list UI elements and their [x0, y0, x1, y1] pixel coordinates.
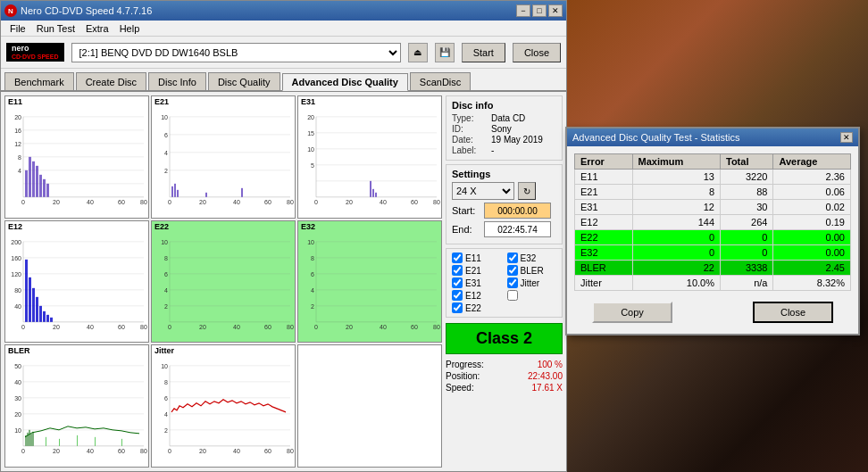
- minimize-button[interactable]: −: [516, 4, 530, 17]
- checkbox-bler-label[interactable]: BLER: [507, 265, 557, 276]
- progress-row: Progress: 100 %: [446, 360, 563, 369]
- stats-max-cell: 144: [632, 215, 721, 230]
- svg-text:6: 6: [311, 270, 314, 277]
- checkbox-bler[interactable]: [507, 265, 518, 276]
- disc-label-key: Label:: [452, 145, 488, 155]
- svg-text:20: 20: [199, 199, 206, 205]
- svg-rect-144: [32, 432, 34, 446]
- stats-avg-cell: 0.19: [773, 215, 851, 230]
- menu-run-test[interactable]: Run Test: [31, 22, 80, 35]
- svg-text:4: 4: [311, 286, 314, 293]
- svg-text:0: 0: [21, 323, 25, 329]
- tab-scan-disc[interactable]: ScanDisc: [410, 72, 471, 90]
- menu-file[interactable]: File: [4, 22, 31, 35]
- stats-max-cell: 13: [632, 170, 721, 185]
- tab-disc-info[interactable]: Disc Info: [148, 72, 206, 90]
- checkbox-e22-label[interactable]: E22: [452, 302, 502, 313]
- menu-extra[interactable]: Extra: [80, 22, 114, 35]
- drive-dropdown[interactable]: [2:1] BENQ DVD DD DW1640 BSLB: [71, 43, 401, 62]
- refresh-button[interactable]: ↻: [518, 182, 536, 200]
- settings-box: Settings 24 X ↻ Start: End:: [446, 164, 563, 244]
- svg-text:10: 10: [307, 146, 314, 153]
- checkbox-e11-label[interactable]: E11: [452, 253, 502, 263]
- svg-text:0: 0: [168, 323, 171, 329]
- stats-error-cell: E11: [575, 170, 633, 185]
- svg-text:80: 80: [140, 323, 147, 329]
- stats-error-cell: BLER: [575, 261, 633, 276]
- checkbox-e31-label[interactable]: E31: [452, 277, 502, 288]
- checkboxes-box: E11 E32 E21 BLER E31 Jitt: [446, 248, 563, 318]
- tab-disc-quality[interactable]: Disc Quality: [208, 72, 280, 90]
- checkbox-e21[interactable]: [452, 265, 463, 276]
- svg-text:60: 60: [264, 448, 271, 454]
- close-button[interactable]: Close: [513, 43, 561, 62]
- disc-info-date-row: Date: 19 May 2019: [452, 135, 556, 145]
- position-val: 22:43.00: [528, 371, 563, 381]
- checkbox-e12[interactable]: [452, 290, 463, 301]
- checkbox-extra[interactable]: [507, 290, 518, 301]
- copy-button[interactable]: Copy: [592, 302, 672, 323]
- svg-text:2: 2: [164, 427, 168, 434]
- tab-benchmark[interactable]: Benchmark: [4, 72, 74, 90]
- tab-create-disc[interactable]: Create Disc: [76, 72, 146, 90]
- save-button[interactable]: 💾: [435, 43, 455, 62]
- svg-text:0: 0: [168, 199, 171, 205]
- svg-rect-44: [241, 188, 243, 197]
- disc-type-val: Data CD: [491, 113, 525, 123]
- svg-text:0: 0: [314, 323, 318, 329]
- checkbox-e31[interactable]: [452, 277, 463, 288]
- start-time-key: Start:: [452, 205, 480, 216]
- svg-text:8: 8: [311, 254, 314, 261]
- svg-text:40: 40: [380, 323, 387, 329]
- end-time-key: End:: [452, 224, 480, 235]
- checkbox-e32[interactable]: [507, 253, 518, 263]
- checkbox-e21-label[interactable]: E21: [452, 265, 502, 276]
- speed-select[interactable]: 24 X: [452, 182, 514, 200]
- end-time-input[interactable]: [484, 221, 551, 237]
- svg-text:20: 20: [14, 114, 21, 120]
- graph-e32: E32 10 8 6 4 2 0 20 40 6: [297, 220, 442, 344]
- position-key: Position:: [446, 371, 480, 381]
- svg-rect-81: [25, 259, 28, 321]
- tab-advanced-disc-quality[interactable]: Advanced Disc Quality: [282, 73, 408, 91]
- maximize-button[interactable]: □: [532, 4, 547, 17]
- svg-text:2: 2: [311, 302, 314, 309]
- close-window-button[interactable]: ✕: [548, 4, 563, 17]
- stats-max-cell: 10.0%: [632, 276, 721, 291]
- checkbox-jitter-label[interactable]: Jitter: [507, 277, 557, 288]
- checkbox-extra-label[interactable]: [507, 290, 557, 301]
- eject-button[interactable]: ⏏: [408, 43, 428, 62]
- checkbox-e11[interactable]: [452, 253, 463, 263]
- menu-help[interactable]: Help: [114, 22, 146, 35]
- disc-info-id-row: ID: Sony: [452, 124, 556, 134]
- toolbar: nero CD·DVD SPEED [2:1] BENQ DVD DD DW16…: [1, 37, 566, 69]
- graphs-grid: E11 20 16 12 8 4: [4, 95, 442, 468]
- stats-error-cell: E31: [575, 200, 633, 215]
- start-button[interactable]: Start: [462, 43, 505, 62]
- svg-text:120: 120: [11, 270, 21, 277]
- svg-text:20: 20: [53, 323, 60, 329]
- disc-date-val: 19 May 2019: [491, 135, 543, 145]
- svg-rect-22: [39, 175, 42, 197]
- start-time-input[interactable]: [484, 203, 551, 219]
- checkbox-e32-label[interactable]: E32: [507, 253, 557, 263]
- svg-rect-86: [43, 311, 46, 321]
- title-bar: N Nero CD-DVD Speed 4.7.7.16 − □ ✕: [1, 1, 566, 21]
- checkbox-jitter[interactable]: [507, 277, 518, 288]
- stats-avg-cell: 0.00: [773, 230, 851, 245]
- stats-close-button[interactable]: Close: [753, 302, 833, 323]
- start-time-row: Start:: [452, 203, 556, 219]
- stats-close-x-button[interactable]: ✕: [840, 132, 853, 143]
- svg-rect-19: [29, 157, 31, 197]
- svg-rect-62: [372, 189, 374, 197]
- stats-content: Error Maximum Total Average E11 13 3220 …: [567, 146, 858, 334]
- checkbox-e22[interactable]: [452, 302, 463, 313]
- svg-text:16: 16: [14, 128, 21, 134]
- stats-max-cell: 0: [632, 245, 721, 261]
- graph-e12-label: E12: [8, 222, 22, 231]
- graph-jitter: Jitter 10 8 6 4 2 0 20 40: [151, 344, 296, 468]
- svg-rect-143: [30, 434, 32, 446]
- disc-date-key: Date:: [452, 135, 488, 145]
- svg-text:4: 4: [164, 150, 168, 156]
- checkbox-e12-label[interactable]: E12: [452, 290, 502, 301]
